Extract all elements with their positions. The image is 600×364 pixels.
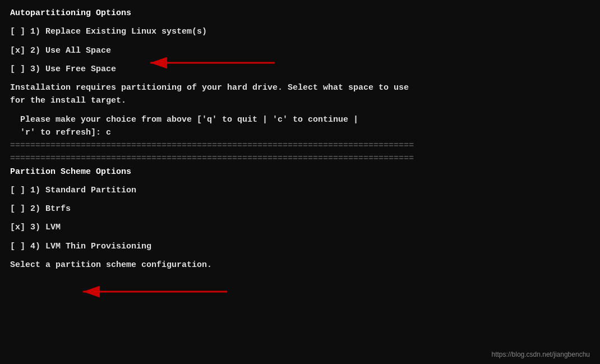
separator-line2: ========================================…: [10, 152, 590, 165]
install-description-line2: for the install target.: [10, 94, 590, 107]
partition-option-standard: [ ] 1) Standard Partition: [10, 184, 590, 197]
partition-scheme-heading: Partition Scheme Options: [10, 165, 590, 178]
install-description-line1: Installation requires partitioning of yo…: [10, 81, 590, 94]
option-use-free-space: [ ] 3) Use Free Space: [10, 63, 590, 76]
watermark: https://blog.csdn.net/jiangbenchu: [492, 351, 590, 358]
terminal-content: Autopartitioning Options [ ] 1) Replace …: [10, 7, 590, 271]
terminal-window: Autopartitioning Options [ ] 1) Replace …: [0, 0, 600, 364]
select-scheme-desc: Select a partition scheme configuration.: [10, 259, 590, 271]
partition-option-lvm: [x] 3) LVM: [10, 221, 590, 234]
prompt-line1: Please make your choice from above ['q' …: [10, 113, 590, 126]
prompt-line2: 'r' to refresh]: c: [10, 126, 590, 139]
partition-option-lvm-thin: [ ] 4) LVM Thin Provisioning: [10, 240, 590, 253]
autopartitioning-heading: Autopartitioning Options: [10, 7, 590, 20]
separator-line1: ========================================…: [10, 139, 590, 152]
option-use-all-space: [x] 2) Use All Space: [10, 44, 590, 57]
partition-option-btrfs: [ ] 2) Btrfs: [10, 202, 590, 215]
option-replace-linux: [ ] 1) Replace Existing Linux system(s): [10, 25, 590, 38]
